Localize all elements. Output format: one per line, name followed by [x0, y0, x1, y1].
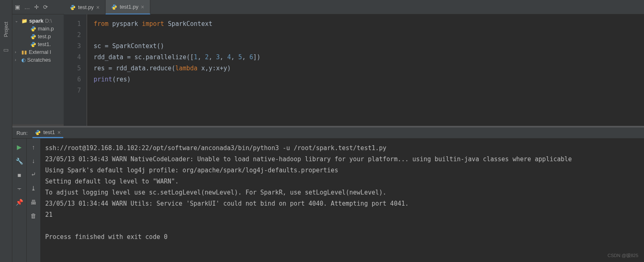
resize-handle[interactable] — [12, 124, 64, 126]
svg-point-1 — [73, 9, 74, 9]
close-icon[interactable]: × — [96, 4, 99, 11]
toolbar: ▣ … ✛ ⟳ — [12, 0, 64, 14]
stop-icon[interactable]: ■ — [17, 172, 21, 179]
tab-test-py[interactable]: test.py × — [64, 0, 106, 14]
close-icon[interactable]: × — [141, 4, 144, 10]
run-toolbar-right: ↑ ↓ ⤶ ⤓ 🖶 🗑 — [26, 139, 40, 262]
chevron-right-icon[interactable]: › — [15, 50, 20, 54]
top-bar: ▣ … ✛ ⟳ test.py × test1.py × — [12, 0, 644, 14]
run-body: ▶ 🔧 ■ ⫟ 📌 ↑ ↓ ⤶ ⤓ 🖶 🗑 ssh://root@192.168… — [12, 139, 644, 262]
console-output[interactable]: ssh://root@192.168.10.102:22/opt/softwar… — [40, 139, 644, 262]
run-panel: Run: test1 × ▶ 🔧 ■ ⫟ 📌 ↑ ↓ ⤶ — [12, 128, 644, 262]
tree-scratches-label: Scratches — [27, 57, 51, 63]
tree-external-libraries[interactable]: › ▮▮ External l — [12, 48, 64, 56]
tab-test1-py[interactable]: test1.py × — [106, 0, 150, 14]
close-icon[interactable]: × — [58, 129, 61, 136]
run-icon[interactable]: ▶ — [17, 144, 22, 151]
python-icon — [70, 5, 76, 10]
tree-external-label: External l — [29, 49, 51, 55]
run-toolbar-left: ▶ 🔧 ■ ⫟ 📌 — [12, 139, 26, 262]
chevron-right-icon[interactable]: › — [15, 58, 20, 62]
run-tab[interactable]: test1 × — [32, 128, 63, 138]
scroll-to-end-icon[interactable]: ⤓ — [31, 185, 36, 192]
tree-root-label: spark — [29, 18, 44, 24]
python-icon — [30, 34, 36, 39]
print-icon[interactable]: 🖶 — [30, 199, 37, 206]
tab-label: test1.py — [120, 4, 138, 10]
svg-point-2 — [113, 5, 114, 5]
editor-tabs: test.py × test1.py × — [64, 0, 150, 14]
tree-file-label: main.p — [38, 26, 54, 32]
locate-icon[interactable]: ✛ — [34, 4, 39, 10]
main-area: ⌄ 📁 spark D:\ main.p test.p test1. — [12, 14, 644, 126]
dropdown-icon[interactable]: … — [24, 4, 30, 10]
select-opened-file-icon[interactable]: ▣ — [15, 4, 20, 10]
delete-icon[interactable]: 🗑 — [30, 212, 37, 219]
folder-icon: 📁 — [21, 18, 28, 24]
run-tab-label: test1 — [43, 129, 55, 135]
tree-file-main[interactable]: main.p — [12, 25, 64, 32]
layout-icon[interactable]: ⫟ — [16, 185, 23, 192]
library-icon: ▮▮ — [21, 49, 27, 55]
wrench-icon[interactable]: 🔧 — [16, 158, 23, 165]
tab-label: test.py — [78, 4, 94, 10]
python-icon — [111, 4, 117, 10]
collapse-icon[interactable]: ⟳ — [43, 4, 48, 10]
tree-file-test[interactable]: test.p — [12, 32, 64, 40]
watermark: CSDN @嗳825 — [607, 253, 638, 259]
chevron-down-icon[interactable]: ⌄ — [15, 19, 20, 23]
soft-wrap-icon[interactable]: ⤶ — [31, 171, 36, 178]
tree-root-path: D:\ — [45, 18, 52, 24]
code-area[interactable]: from pyspark import SparkContext sc = Sp… — [87, 14, 644, 126]
scratches-icon: ◐ — [21, 57, 25, 63]
run-header-label: Run: — [16, 130, 28, 136]
folder-icon: ▭ — [3, 46, 9, 53]
python-icon — [30, 42, 36, 47]
python-icon — [30, 26, 36, 32]
project-tree: ⌄ 📁 spark D:\ main.p test.p test1. — [12, 14, 64, 126]
tree-file-label: test1. — [38, 41, 51, 47]
tree-file-test1[interactable]: test1. — [12, 40, 64, 48]
tree-root[interactable]: ⌄ 📁 spark D:\ — [12, 17, 64, 25]
project-tab-label: Project — [3, 19, 9, 40]
down-arrow-icon[interactable]: ↓ — [32, 157, 35, 164]
up-arrow-icon[interactable]: ↑ — [32, 144, 35, 151]
run-header: Run: test1 × — [12, 128, 644, 139]
tree-scratches[interactable]: › ◐ Scratches — [12, 56, 64, 64]
tree-file-label: test.p — [38, 33, 51, 39]
svg-point-0 — [72, 5, 72, 6]
code-editor[interactable]: 1234567 from pyspark import SparkContext… — [64, 14, 644, 126]
project-tool-window-tab[interactable]: Project ▭ — [0, 0, 12, 262]
svg-point-3 — [115, 8, 115, 9]
pin-icon[interactable]: 📌 — [16, 199, 23, 206]
python-icon — [35, 130, 41, 135]
line-gutter: 1234567 — [64, 14, 87, 126]
